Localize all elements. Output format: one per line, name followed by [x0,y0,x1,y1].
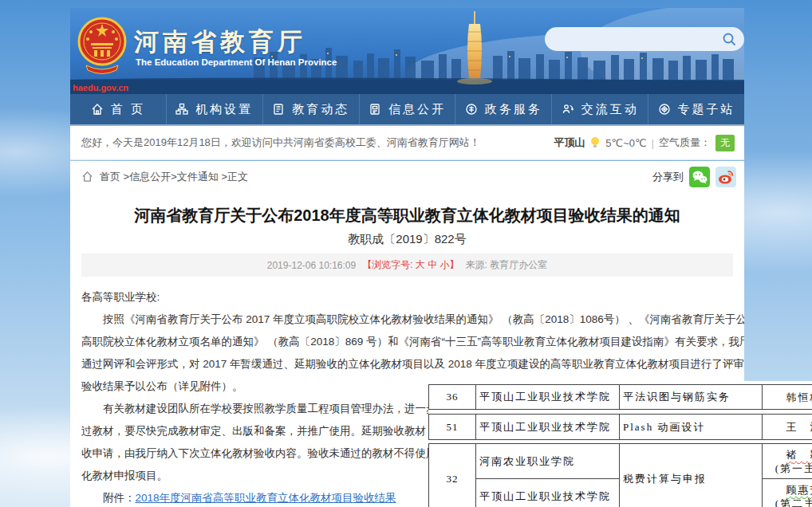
interact-icon [562,103,574,116]
home-icon [91,103,104,116]
nav-item-info[interactable]: 信息公开 [359,94,455,124]
cell-editor: 顾惠芳(第二主编) [763,479,812,507]
cell-editor: 韩恒梅 [763,385,812,410]
cell-no: 32 [429,444,476,507]
nav-label: 政务服务 [485,102,542,117]
cell-book: Plash 动画设计 [620,415,763,440]
bulb-weather-icon [589,136,601,149]
gov-service-icon [465,103,478,116]
results-table-overlay: 36 平顶山工业职业技术学院 平法识图与钢筋实务 韩恒梅 51 平顶山工业职业技… [428,381,812,507]
news-doc-icon [272,103,285,116]
nav-item-news[interactable]: 教育动态 [262,94,359,124]
weibo-icon[interactable] [715,167,736,187]
site-domain: haedu.gov.cn [70,83,131,92]
search-input[interactable] [556,29,722,49]
nav-item-home[interactable]: 首 页 [70,94,166,124]
cell-no: 51 [429,415,476,440]
info-doc-icon [369,103,381,116]
page: haedu.gov.cn 河南省教育厅 The Education Depart… [0,0,812,507]
attachment-link[interactable]: 2018年度河南省高等职业教育立体化教材项目验收结果 [136,492,396,504]
cell-editor: 褚 颖(第一主编) [763,444,812,479]
nav-label: 机构设置 [195,102,253,117]
body-line: 高职院校立体化教材立项名单的通知》 （教高〔2018〕869 号）和《河南省“十… [81,331,744,353]
table-row-36: 36 平顶山工业职业技术学院 平法识图与钢筋实务 韩恒梅 [428,384,812,410]
cell-school: 平顶山工业职业技术学院 [476,385,620,410]
air-quality-label: 空气质量： [659,136,711,150]
nav-item-subsite[interactable]: 专题子站 [648,94,744,124]
main-nav: 首 页 机构设置 教育动态 信息公开 政务服务 [70,94,744,126]
nav-item-interact[interactable]: 交流互动 [551,94,648,124]
info-bar: 您好，今天是2019年12月18日，欢迎访问中共河南省委高校工委、河南省教育厅网… [70,126,744,160]
publish-datetime: 2019-12-06 10:16:09 [267,260,356,271]
nav-label: 专题子站 [678,102,735,117]
nav-item-service[interactable]: 政务服务 [455,94,551,124]
table-row-32: 32 河南农业职业学院 税费计算与申报 褚 颖(第一主编) 平顶山工业职业技术学… [428,443,812,507]
cell-no: 36 [429,385,476,410]
home-icon [81,171,93,183]
weather-temp: 5℃~0℃ [605,137,646,149]
org-chart-icon [175,103,188,116]
site-title: 河南省教育厅 [134,26,306,59]
body-line: 按照《河南省教育厅关于公布 2017 年度立项高职院校立体化教材验收结果的通知》… [81,309,744,331]
article-title: 河南省教育厅关于公布2018年度高等职业教育立体化教材项目验收结果的通知 [70,205,744,226]
nav-label: 教育动态 [292,102,349,117]
breadcrumb-bar: 首页 >信息公开>文件通知 >正文 分享到 [70,161,744,192]
nav-label: 首 页 [111,102,145,117]
wechat-icon[interactable] [689,167,710,187]
site-banner: haedu.gov.cn 河南省教育厅 The Education Depart… [70,8,744,94]
search-box[interactable] [545,27,744,51]
cell-school: 河南农业职业学院 [476,444,620,479]
article-meta-bar: 2019-12-06 10:16:09 【浏览字号: 大 中 小】 来源: 教育… [81,254,733,277]
greeting-text: 您好，今天是2019年12月18日，欢迎访问中共河南省委高校工委、河南省教育厅网… [81,136,480,150]
subsite-target-icon [658,103,671,116]
body-line: 通过网评和会评形式，对 2017 年暂缓通过、延期验收的立体化教材项目以及 20… [81,353,744,375]
cell-book: 平法识图与钢筋实务 [620,385,763,410]
site-title-english: The Education Department Of Henan Provin… [136,57,337,67]
air-quality-badge: 无 [715,135,735,151]
nav-item-org[interactable]: 机构设置 [166,94,262,124]
source-text: 来源: 教育厅办公室 [466,258,548,272]
nav-label: 交流互动 [581,102,639,117]
weather-city: 平顶山 [554,136,585,150]
nav-label: 信息公开 [388,102,446,117]
body-line: 各高等职业学校: [81,286,744,309]
cell-book: 税费计算与申报 [620,444,763,507]
china-national-emblem [77,14,128,81]
doc-number: 教职成〔2019〕822号 [70,232,744,247]
table-row-51: 51 平顶山工业职业技术学院 Plash 动画设计 王 洪 [428,414,812,440]
font-size-switcher[interactable]: 【浏览字号: 大 中 小】 [362,258,459,272]
breadcrumb[interactable]: 首页 >信息公开>文件通知 >正文 [100,170,248,184]
search-icon[interactable] [722,32,736,46]
separator: | [652,137,654,149]
cell-school: 平顶山工业职业技术学院 [476,479,620,507]
cell-editor: 王 洪 [763,415,812,440]
share-label: 分享到 [652,170,684,184]
cell-school: 平顶山工业职业技术学院 [476,415,620,440]
attachment-label: 附件： [103,492,136,504]
